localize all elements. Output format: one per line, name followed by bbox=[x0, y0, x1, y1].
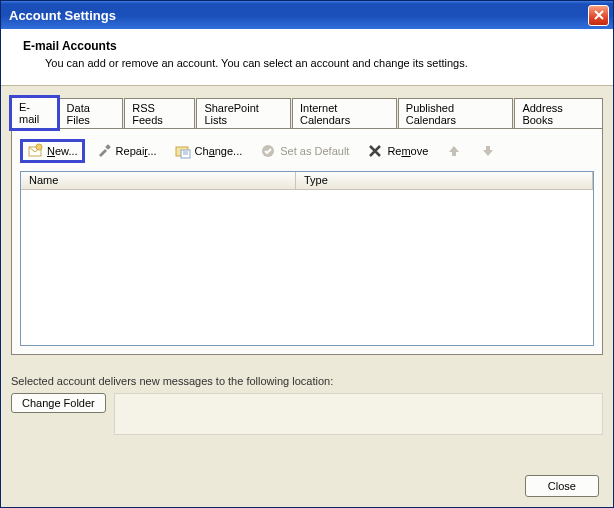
titlebar: Account Settings bbox=[1, 1, 613, 29]
change-button[interactable]: Change... bbox=[168, 139, 250, 163]
tab-bar: E-mail Data Files RSS Feeds SharePoint L… bbox=[1, 86, 613, 128]
remove-button[interactable]: Remove bbox=[360, 139, 435, 163]
tab-sharepoint-lists[interactable]: SharePoint Lists bbox=[196, 98, 291, 129]
close-button[interactable]: Close bbox=[525, 475, 599, 497]
set-default-button: Set as Default bbox=[253, 139, 356, 163]
delivery-location-text: Selected account delivers new messages t… bbox=[11, 375, 603, 387]
arrow-down-icon bbox=[480, 143, 496, 159]
remove-label: Remove bbox=[387, 145, 428, 157]
remove-x-icon bbox=[367, 143, 383, 159]
column-type[interactable]: Type bbox=[296, 172, 593, 189]
svg-rect-2 bbox=[105, 144, 111, 150]
header-title: E-mail Accounts bbox=[23, 39, 599, 53]
repair-button[interactable]: Repair... bbox=[89, 139, 164, 163]
folder-properties-icon bbox=[175, 143, 191, 159]
delivery-folder-box bbox=[114, 393, 603, 435]
window-title: Account Settings bbox=[9, 8, 116, 23]
tab-panel-email: New... Repair... Change... Set as Defaul… bbox=[11, 128, 603, 355]
tab-label: SharePoint Lists bbox=[204, 102, 258, 126]
tab-published-calendars[interactable]: Published Calendars bbox=[398, 98, 514, 129]
tab-internet-calendars[interactable]: Internet Calendars bbox=[292, 98, 397, 129]
toolbar: New... Repair... Change... Set as Defaul… bbox=[20, 137, 594, 171]
tab-rss-feeds[interactable]: RSS Feeds bbox=[124, 98, 195, 129]
accounts-list[interactable]: Name Type bbox=[20, 171, 594, 346]
arrow-up-icon bbox=[446, 143, 462, 159]
change-label: Change... bbox=[195, 145, 243, 157]
tab-label: E-mail bbox=[19, 101, 39, 125]
list-header: Name Type bbox=[21, 172, 593, 190]
tab-label: Address Books bbox=[522, 102, 562, 126]
check-circle-icon bbox=[260, 143, 276, 159]
change-folder-button[interactable]: Change Folder bbox=[11, 393, 106, 413]
set-default-label: Set as Default bbox=[280, 145, 349, 157]
new-mail-icon bbox=[27, 143, 43, 159]
tab-email[interactable]: E-mail bbox=[11, 97, 58, 129]
header-subtitle: You can add or remove an account. You ca… bbox=[45, 57, 599, 69]
move-up-button bbox=[439, 139, 469, 163]
close-label: Close bbox=[548, 480, 576, 492]
tab-label: Data Files bbox=[67, 102, 90, 126]
repair-label: Repair... bbox=[116, 145, 157, 157]
tab-label: Internet Calendars bbox=[300, 102, 350, 126]
tab-label: Published Calendars bbox=[406, 102, 456, 126]
new-button[interactable]: New... bbox=[20, 139, 85, 163]
window-close-button[interactable] bbox=[588, 5, 609, 26]
tab-data-files[interactable]: Data Files bbox=[59, 98, 124, 129]
close-icon bbox=[594, 10, 604, 20]
tab-address-books[interactable]: Address Books bbox=[514, 98, 603, 129]
bottom-bar: Close bbox=[525, 475, 599, 497]
account-settings-window: Account Settings E-mail Accounts You can… bbox=[0, 0, 614, 508]
change-folder-label: Change Folder bbox=[22, 397, 95, 409]
tools-icon bbox=[96, 143, 112, 159]
header-panel: E-mail Accounts You can add or remove an… bbox=[1, 29, 613, 86]
column-name[interactable]: Name bbox=[21, 172, 296, 189]
new-label: New... bbox=[47, 145, 78, 157]
move-down-button bbox=[473, 139, 503, 163]
folder-row: Change Folder bbox=[11, 393, 603, 435]
svg-point-1 bbox=[36, 144, 42, 150]
tab-label: RSS Feeds bbox=[132, 102, 163, 126]
